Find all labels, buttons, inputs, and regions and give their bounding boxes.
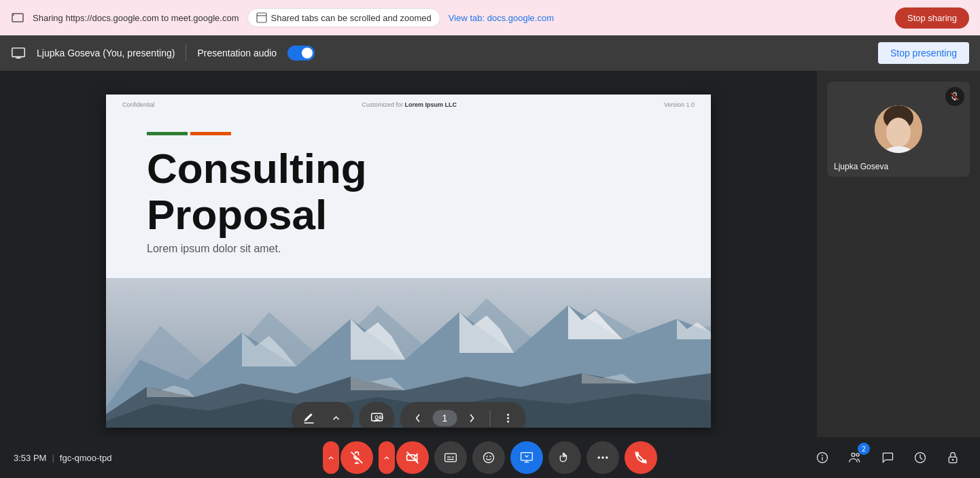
chat-button[interactable] [874,444,901,471]
svg-point-52 [852,453,855,456]
mic-off-badge [945,87,964,106]
mic-off-icon [950,92,960,101]
nav-divider [489,410,490,426]
sharing-bar: Sharing https://docs.google.com to meet.… [0,0,980,35]
svg-point-39 [484,453,494,463]
shared-tabs-pill: Shared tabs can be scrolled and zoomed [247,8,440,27]
lock-button[interactable] [939,444,966,471]
svg-point-1 [13,14,14,16]
slide-number: 1 [433,410,457,426]
lock-icon [946,451,960,464]
orange-bar [190,132,231,135]
mic-muted-icon [350,451,364,464]
more-dots-icon [596,451,610,464]
slide-version: Version 1.0 [664,101,695,108]
next-arrow-icon [466,413,477,424]
raise-hand-button[interactable] [548,441,581,474]
qa-icon: Q&A [371,412,383,424]
title-line2: Proposal [147,192,367,238]
svg-text:Q&A: Q&A [375,415,383,420]
pen-tool-button[interactable] [297,406,321,428]
end-call-icon [633,450,648,465]
svg-point-24 [507,417,509,419]
mic-control-group [323,441,373,474]
svg-point-50 [822,455,823,456]
participant-card: Ljupka Goseva [827,82,970,177]
green-bar [147,132,188,135]
nav-toolbar-group: 1 [400,402,526,428]
slide-meta: Confidential Customized for Lorem Ipsum … [106,101,711,108]
svg-point-46 [601,456,603,458]
annotation-toolbar-group [292,402,354,428]
info-icon [816,451,829,464]
meeting-code: fgc-qmoo-tpd [60,453,112,463]
svg-point-40 [487,456,488,457]
activities-button[interactable] [907,444,934,471]
camera-off-icon [406,451,419,464]
avatar-svg [875,105,922,153]
more-options-button[interactable] [587,441,619,474]
presentation-slide: Confidential Customized for Lorem Ipsum … [106,95,711,428]
stop-presenting-button[interactable]: Stop presenting [878,42,969,64]
svg-point-25 [507,420,509,422]
color-bars [147,132,231,135]
stop-sharing-button[interactable]: Stop sharing [895,7,969,29]
info-button[interactable] [809,444,836,471]
mute-button[interactable] [340,441,373,474]
q-and-a-toolbar-group: Q&A [360,402,395,428]
bar-divider [186,45,186,61]
svg-rect-35 [445,454,457,462]
controls-right: 2 [809,444,966,471]
svg-point-45 [598,456,600,458]
present-button[interactable] [510,441,543,474]
slide-toolbar: Q&A 1 [292,402,526,428]
camera-button[interactable] [396,441,429,474]
camera-arrow-button[interactable] [379,441,395,474]
svg-point-23 [507,413,509,415]
presentation-bar: Ljupka Goseva (You, presenting) Presenta… [0,35,980,71]
mic-arrow-button[interactable] [323,441,339,474]
pen-arrow-button[interactable] [324,406,349,428]
next-slide-button[interactable] [459,406,484,428]
participant-panel: Ljupka Goseva [817,71,980,437]
raise-hand-icon [558,451,572,464]
time-meeting-info: 3:53 PM | fgc-qmoo-tpd [14,453,111,463]
prev-slide-button[interactable] [406,406,430,428]
emoji-button[interactable] [472,441,505,474]
pen-icon [303,412,315,424]
presenter-name: Ljupka Goseva (You, presenting) [37,48,175,58]
svg-point-56 [952,459,954,461]
activities-icon [913,451,927,464]
people-button[interactable]: 2 [841,444,869,471]
end-call-button[interactable] [625,441,657,474]
audio-toggle[interactable]: ✓ [287,46,315,61]
svg-point-41 [490,456,491,457]
svg-point-47 [606,456,608,458]
prev-arrow-icon [413,413,423,424]
slide-confidential: Confidential [122,101,155,108]
slide-container: Confidential Customized for Lorem Ipsum … [0,71,817,437]
more-options-icon [502,412,514,424]
participant-name: Ljupka Goseva [834,162,888,171]
people-badge: 2 [858,443,870,455]
chevron-up-small-icon [328,454,334,461]
more-slide-options-button[interactable] [495,406,520,428]
q-a-button[interactable]: Q&A [365,406,389,428]
scroll-zoom-icon [256,12,267,23]
controls-center [323,441,657,474]
camera-control-group [379,441,429,474]
present-screen-icon [11,46,26,61]
captions-button[interactable] [434,441,467,474]
svg-point-53 [856,454,859,456]
app-container: Sharing https://docs.google.com to meet.… [0,0,980,478]
view-tab-link[interactable]: View tab: docs.google.com [449,13,554,23]
time-divider: | [52,453,54,463]
sharing-url-text: Sharing https://docs.google.com to meet.… [33,13,239,23]
slide-title: Consulting Proposal [147,146,367,238]
chevron-up-cam-icon [383,454,390,461]
chevron-up-icon [332,414,340,422]
bottom-toolbar: 3:53 PM | fgc-qmoo-tpd [0,437,980,478]
svg-point-28 [886,118,911,148]
svg-rect-4 [12,48,24,57]
emoji-icon [482,451,495,464]
